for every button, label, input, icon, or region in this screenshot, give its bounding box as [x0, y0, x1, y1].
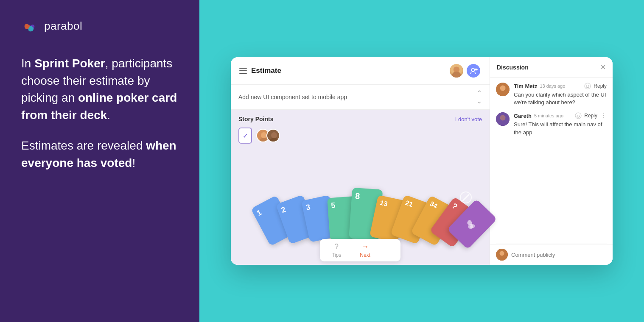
reaction-icon-gareth[interactable]	[575, 112, 582, 119]
estimate-title: Estimate	[251, 67, 281, 75]
hero-text: In Sprint Poker, participants choose the…	[21, 55, 178, 186]
add-user-avatar[interactable]	[466, 63, 481, 78]
hero-prefix-1: In	[21, 57, 34, 70]
app-window: Estimate	[231, 57, 613, 265]
vote-check-badge: ✓	[238, 128, 252, 144]
hero-paragraph-1: In Sprint Poker, participants choose the…	[21, 55, 178, 124]
svg-point-11	[500, 86, 506, 91]
comment-text-tim: Can you clarify which aspect of the UI w…	[514, 91, 607, 106]
comment-actions-tim: Reply	[584, 83, 607, 89]
right-panel: Estimate	[199, 0, 644, 322]
hamburger-menu-icon[interactable]	[239, 68, 247, 74]
header-avatars	[449, 63, 481, 78]
story-points-header: Story Points I don't vote	[238, 116, 482, 122]
svg-point-19	[575, 113, 581, 119]
svg-point-23	[500, 251, 504, 256]
tips-label: Tips	[332, 252, 341, 258]
comment-tim: Tim Metz 13 days ago	[496, 83, 607, 106]
story-points-section: Story Points I don't vote ✓	[231, 110, 490, 265]
cards-area: 1 2 3 5 8	[231, 150, 490, 239]
comment-time-gareth: 5 minutes ago	[534, 113, 563, 118]
hero-end-1: .	[107, 108, 110, 122]
discussion-body: Tim Metz 13 days ago	[490, 78, 613, 244]
comment-input[interactable]	[511, 252, 607, 258]
voter-avatars	[256, 129, 277, 142]
reaction-icon-tim[interactable]	[584, 83, 591, 89]
story-points-label: Story Points	[238, 116, 273, 122]
comment-text-gareth: Sure! This will affect the main nav of t…	[514, 121, 607, 136]
i-dont-vote-button[interactable]: I don't vote	[455, 116, 482, 122]
checkmark-icon: ✓	[243, 132, 248, 140]
hero-paragraph-2: Estimates are revealed when everyone has…	[21, 137, 178, 172]
estimate-header: Estimate	[231, 57, 490, 85]
comment-time-tim: 13 days ago	[540, 83, 565, 89]
next-icon: →	[361, 242, 369, 251]
no-vote-icon	[460, 192, 472, 203]
comment-content-tim: Tim Metz 13 days ago	[514, 83, 607, 106]
comment-meta-tim: Tim Metz 13 days ago	[514, 83, 607, 89]
left-panel: parabol In Sprint Poker, participants ch…	[0, 0, 199, 322]
discussion-input-row	[490, 244, 613, 265]
voter-avatar-2	[266, 129, 280, 142]
svg-point-20	[577, 115, 578, 116]
chevron-updown-icon: ⌃⌄	[476, 89, 482, 105]
svg-point-13	[585, 83, 591, 89]
svg-point-3	[471, 68, 475, 72]
bottom-bar: ? Tips → Next	[320, 239, 400, 261]
comment-input-avatar	[496, 249, 508, 261]
comment-content-gareth: Gareth 5 minutes ago Reply	[514, 112, 607, 136]
svg-point-17	[500, 115, 506, 121]
gareth-face-icon	[496, 112, 510, 126]
comment-actions-gareth: Reply ⋮	[575, 112, 607, 119]
svg-point-15	[588, 85, 589, 86]
comment-gareth: Gareth 5 minutes ago Reply	[496, 112, 607, 136]
tips-icon: ?	[334, 242, 339, 251]
estimate-area: Estimate	[231, 57, 490, 265]
svg-point-6	[261, 132, 267, 138]
comment-author-tim: Tim Metz	[514, 83, 537, 89]
svg-point-21	[579, 115, 580, 116]
task-input-row[interactable]: Add new UI component set to mobile app ⌃…	[231, 85, 490, 110]
card-parabol-logo	[461, 213, 484, 236]
hero-end-2: !	[132, 156, 135, 169]
next-label: Next	[360, 252, 370, 258]
reply-button-gareth[interactable]: Reply	[584, 113, 597, 119]
hero-prefix-2: Estimates are revealed	[21, 139, 146, 152]
add-user-icon	[469, 67, 478, 75]
more-options-gareth[interactable]: ⋮	[600, 112, 607, 119]
close-button[interactable]: ✕	[600, 63, 606, 71]
svg-point-8	[271, 132, 277, 138]
tim-face-icon	[496, 83, 510, 96]
discussion-title: Discussion	[497, 64, 529, 71]
task-input-text: Add new UI component set to mobile app	[238, 94, 347, 100]
estimate-header-left: Estimate	[239, 67, 281, 75]
logo-text: parabol	[44, 19, 82, 33]
comment-avatar-tim	[496, 83, 510, 96]
svg-point-2	[452, 72, 461, 78]
voted-row: ✓	[238, 128, 482, 144]
svg-point-14	[587, 85, 588, 86]
comment-avatar-gareth	[496, 112, 510, 126]
avatar-user-1	[449, 63, 464, 78]
discussion-panel: Discussion ✕	[490, 57, 613, 265]
comment-meta-gareth: Gareth 5 minutes ago Reply	[514, 112, 607, 119]
logo-row: parabol	[21, 17, 178, 35]
comment-author-gareth: Gareth	[514, 113, 532, 119]
voter-2-face	[267, 130, 280, 142]
avatar-user-1-face	[450, 63, 463, 78]
hero-bold-1: Sprint Poker	[34, 57, 105, 70]
reply-button-tim[interactable]: Reply	[594, 83, 607, 89]
parabol-logo-icon	[21, 17, 39, 35]
discussion-header: Discussion ✕	[490, 57, 613, 78]
svg-point-9	[269, 138, 279, 142]
tips-button[interactable]: ? Tips	[332, 242, 341, 258]
next-button[interactable]: → Next	[360, 242, 370, 258]
current-user-avatar-icon	[496, 249, 508, 261]
